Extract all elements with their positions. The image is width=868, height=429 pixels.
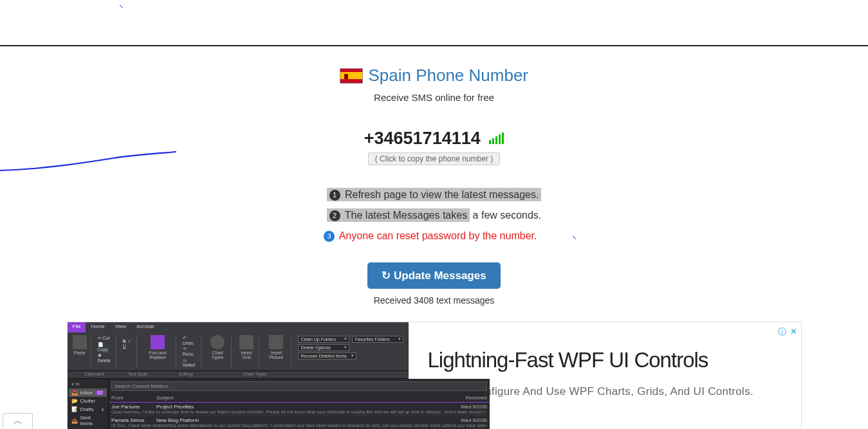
ad-ribbon-tabs: File Home View Acrobat [68, 322, 409, 333]
page-title: Spain Phone Number [368, 66, 528, 86]
ad-badges[interactable]: ⓘ ✕ [778, 326, 797, 338]
signal-icon [489, 132, 504, 144]
page-subtitle: Receive SMS online for free [68, 92, 801, 103]
annotation-tick-2: ⸌ [572, 235, 577, 245]
annotation-tick: ⸌ [119, 4, 124, 15]
step-2: 2 The latest Messages takes a few second… [68, 205, 801, 226]
ad-info-icon[interactable]: ⓘ [778, 327, 786, 336]
ad-headline[interactable]: Lightning-Fast WPF UI Controls [428, 348, 782, 372]
spain-flag-icon [340, 68, 363, 84]
phone-number-row[interactable]: +34651714114 [68, 129, 801, 149]
ad-message-list: Search Current Mailbox From Subject Rece… [109, 379, 490, 429]
title-row: Spain Phone Number [68, 66, 801, 86]
ad-image: File Home View Acrobat Paste ✂ Cut 📄 Cop… [68, 322, 409, 429]
ad-sidebar: ▾ ✉ 📥 Inbox12 📂 Clutter 📝 Drafts 1 📤 Sen… [68, 379, 109, 429]
received-count: Received 3408 text messages [68, 295, 801, 306]
instruction-steps: 1 Refresh page to view the latest messag… [68, 185, 801, 246]
main-content: Spain Phone Number Receive SMS online fo… [68, 46, 801, 306]
ad-close-icon[interactable]: ✕ [790, 327, 797, 336]
badge-2: 2 [329, 210, 340, 221]
step-3: 3 Anyone can reset password by the numbe… [68, 226, 801, 246]
ad-container[interactable]: File Home View Acrobat Paste ✂ Cut 📄 Cop… [67, 322, 802, 429]
badge-1: 1 [329, 190, 340, 201]
step-1: 1 Refresh page to view the latest messag… [68, 185, 801, 205]
copy-hint[interactable]: ( Click to copy the phone number ) [68, 152, 801, 165]
phone-number[interactable]: +34651714114 [364, 129, 481, 148]
expand-chevron-tab[interactable]: ︿ [3, 413, 33, 429]
badge-3: 3 [324, 231, 335, 242]
update-messages-button[interactable]: ↻ Update Messages [367, 262, 500, 289]
chevron-up-icon: ︿ [14, 415, 23, 427]
ad-ribbon: Paste ✂ Cut 📄 Copy ✖ Delete B I U Find a… [68, 333, 409, 371]
